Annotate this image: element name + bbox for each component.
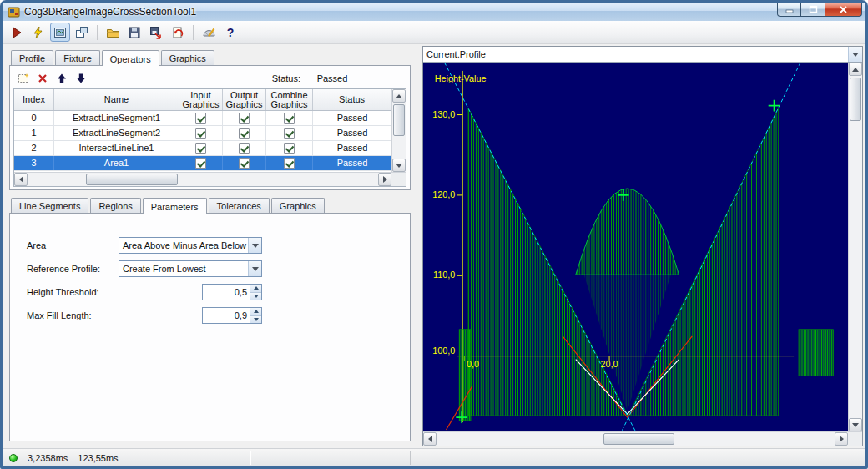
spin-down-button[interactable] [250,293,261,300]
table-row-selected[interactable]: 3 Area1 Passed [14,156,391,171]
scrollbar-corner [391,172,406,186]
checkbox-checked-icon[interactable] [284,158,295,169]
close-button[interactable] [825,3,862,17]
sub-tabstrip: Line Segments Regions Parameters Toleran… [9,195,411,213]
live-run-button[interactable] [28,23,48,42]
area-select[interactable]: Area Above Minus Area Below [119,237,262,254]
spin-up-button[interactable] [250,285,261,293]
scroll-thumb[interactable] [603,433,674,445]
tab-operators[interactable]: Operators [102,50,159,66]
scroll-thumb[interactable] [86,174,178,185]
scroll-right-button[interactable] [835,432,848,446]
spin-up-button[interactable] [250,308,261,316]
scroll-left-button[interactable] [423,432,437,446]
scroll-track[interactable] [28,173,378,186]
show-image-button[interactable] [50,23,70,42]
titlebar[interactable]: Cog3DRangeImageCrossSectionTool1 [3,3,865,21]
save-button[interactable] [124,23,144,42]
tab-regions[interactable]: Regions [90,198,140,213]
tab-fixture[interactable]: Fixture [55,50,100,65]
scroll-track[interactable] [437,432,835,446]
float-display-button[interactable] [72,23,92,42]
scroll-left-button[interactable] [14,173,28,186]
dropdown-button[interactable] [248,238,261,253]
checkbox-checked-icon[interactable] [239,158,250,169]
chevron-down-icon [252,267,259,271]
checkbox-checked-icon[interactable] [195,128,206,139]
help-button[interactable]: ? [220,23,240,42]
scroll-track[interactable] [392,103,406,159]
scroll-up-button[interactable] [849,63,862,76]
scroll-track[interactable] [849,76,862,418]
open-button[interactable] [103,23,123,42]
dropdown-button[interactable] [848,47,862,62]
table-row[interactable]: 2 IntersectLineLine1 Passed [14,141,391,156]
max-fill-length-label: Max Fill Length: [27,310,119,320]
spin-down-button[interactable] [250,316,261,324]
tab-graphics-sub[interactable]: Graphics [271,198,325,213]
scroll-thumb[interactable] [393,104,405,136]
grid-horizontal-scrollbar[interactable] [14,172,391,186]
column-header-name[interactable]: Name [54,89,179,110]
checkbox-checked-icon[interactable] [239,113,250,124]
electrode-button[interactable] [199,23,219,42]
scroll-down-button[interactable] [392,159,406,172]
checkbox-checked-icon[interactable] [284,128,295,139]
column-header-input-graphics[interactable]: Input Graphics [179,89,223,110]
column-header-index[interactable]: Index [14,89,54,110]
display-vertical-scrollbar[interactable] [848,63,862,431]
reference-profile-select[interactable]: Create From Lowest [119,260,262,277]
table-row[interactable]: 1 ExtractLineSegment2 Passed [14,126,391,141]
area-select-value: Area Above Minus Area Below [119,240,248,250]
checkbox-checked-icon[interactable] [195,143,206,154]
move-down-button[interactable] [73,70,89,87]
y-tick-label: 130,0 [432,109,455,119]
grid-vertical-scrollbar[interactable] [391,89,406,172]
tab-line-segments[interactable]: Line Segments [11,198,88,213]
display-horizontal-scrollbar[interactable] [423,431,848,446]
scroll-thumb[interactable] [850,78,861,121]
tab-graphics[interactable]: Graphics [161,50,214,65]
checkbox-checked-icon[interactable] [284,143,295,154]
tab-profile[interactable]: Profile [11,50,53,65]
y-tick-label: 110,0 [433,270,455,280]
checkbox-checked-icon[interactable] [239,128,250,139]
max-fill-length-stepper[interactable]: 0,9 [202,307,262,324]
dropdown-button[interactable] [248,261,261,276]
column-header-combine-graphics[interactable]: Combine Graphics [266,89,313,110]
table-row[interactable]: 0 ExtractLineSegment1 Passed [14,111,391,126]
cell-status: Passed [313,126,391,140]
add-operator-button[interactable] [15,70,32,87]
tab-parameters[interactable]: Parameters [143,198,207,214]
cell-name: Area1 [54,156,179,170]
save-image-button[interactable] [146,23,166,42]
chevron-down-icon [254,295,259,298]
close-icon [839,6,848,13]
maximize-button[interactable] [801,3,825,17]
run-button[interactable] [7,23,27,42]
column-header-status[interactable]: Status [313,89,391,110]
checkbox-checked-icon[interactable] [284,113,295,124]
column-header-output-graphics[interactable]: Output Graphics [223,89,266,110]
checkbox-checked-icon[interactable] [239,143,250,154]
profile-graph-display[interactable]: Height-Value 130,0 120,0 110,0 100,0 0,0… [423,63,848,431]
left-pane: Profile Fixture Operators Graphics [3,44,417,448]
move-up-button[interactable] [53,70,70,87]
timing-panel: 3,2358ms 123,55ms [3,453,250,463]
minimize-button[interactable] [777,3,801,17]
scroll-up-button[interactable] [392,89,406,103]
checkbox-checked-icon[interactable] [195,158,206,169]
reset-button[interactable] [168,23,188,42]
scroll-down-button[interactable] [849,418,862,431]
run-icon [10,26,23,39]
profile-selector[interactable]: Current.Profile [423,47,862,63]
scroll-right-button[interactable] [378,173,391,186]
height-threshold-stepper[interactable]: 0,5 [202,284,262,300]
tab-tolerances[interactable]: Tolerances [209,198,270,213]
delete-operator-button[interactable] [34,70,51,87]
profile-selector-value: Current.Profile [423,49,848,59]
checkbox-checked-icon[interactable] [195,113,206,124]
cell-index: 1 [14,126,54,140]
status-value: Passed [303,73,361,83]
cell-status: Passed [313,141,391,155]
